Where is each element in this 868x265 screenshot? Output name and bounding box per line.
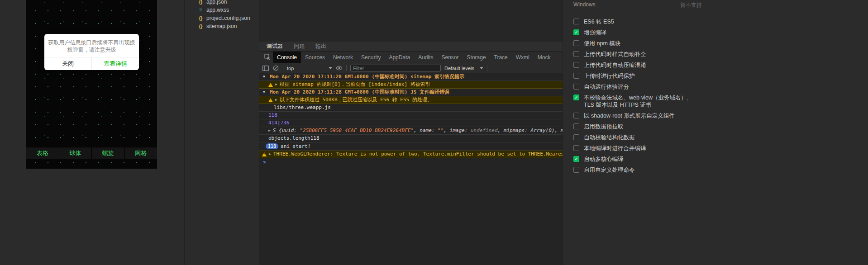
checkbox[interactable] [573, 73, 579, 79]
panel-tab[interactable]: 问题 [288, 42, 310, 51]
settings-option-label: 自动运行体验评分 [584, 83, 629, 90]
settings-option: 自动运行体验评分 [573, 83, 701, 90]
expand-arrow-icon[interactable]: ▶ [268, 128, 271, 133]
warning-icon [268, 98, 273, 102]
editor-area [259, 0, 563, 42]
context-selector-value: top [287, 66, 294, 71]
devtools-tab-security[interactable]: Security [357, 52, 385, 63]
devtools-tab-appdata[interactable]: AppData [385, 52, 414, 63]
repeat-count-badge: 118 [266, 143, 278, 149]
debugger-tabbar: 调试器问题输出 [259, 42, 563, 52]
settings-option: 上传代码时样式自动补全 [573, 51, 701, 58]
eye-icon[interactable] [336, 65, 343, 71]
settings-option-label: 不校验合法域名、web-view（业务域名）、TLS 版本以及 HTTPS 证书 [584, 94, 701, 109]
expand-arrow-icon[interactable]: ▶ [275, 82, 277, 87]
miniapp-tab-3[interactable]: 螺旋 [91, 147, 124, 159]
debugger-panel: 调试器问题输出 ConsoleSourcesNetworkSecurityApp… [259, 42, 563, 265]
checkbox[interactable]: ✓ [573, 156, 579, 162]
toolbar-separator [346, 65, 347, 71]
file-item[interactable]: {}app.json [185, 0, 259, 6]
checkbox[interactable] [573, 113, 579, 118]
console-text-segment: , image: [444, 128, 471, 133]
platform-label: Windows [573, 1, 596, 9]
console-warning-row: ▶THREE.WebGLRenderer: Texture is not pow… [259, 151, 563, 158]
panel-tab[interactable]: 输出 [310, 42, 332, 51]
checkbox[interactable] [573, 19, 579, 24]
checkbox[interactable] [573, 145, 579, 151]
console-log-row: 118ani start! [259, 142, 563, 151]
console-warning-row: ▶以下文件体积超过 500KB，已跳过压缩以及 ES6 转 ES5 的处理。 [259, 96, 563, 104]
console-message-text: objects.length118 [268, 136, 320, 141]
close-button[interactable]: 关闭 [44, 57, 92, 70]
settings-option: 自动校验结构化数据 [573, 134, 701, 141]
prompt-chevron-icon: > [263, 160, 266, 165]
checkbox[interactable]: ✓ [573, 95, 579, 100]
file-name: app.wxss [206, 7, 229, 13]
console-sidebar-icon[interactable] [262, 65, 269, 71]
console-log-row: objects.length118 [259, 135, 563, 142]
console-toolbar: top Default levels [259, 63, 563, 73]
checkbox[interactable] [573, 40, 579, 46]
miniapp-tab-2[interactable]: 球体 [59, 147, 92, 159]
checkbox[interactable] [573, 62, 579, 68]
settings-option-label: 启用数据预拉取 [584, 123, 624, 130]
console-text-segment: , mipmaps: [498, 128, 531, 133]
devtools-tab-wxml[interactable]: Wxml [512, 52, 534, 63]
settings-option-label: 上传时进行代码保护 [584, 72, 635, 80]
dialog-message: 获取用户信息接口后续将不再出现授权弹窗，请注意升级 [44, 34, 139, 53]
console-prompt[interactable]: > [259, 158, 563, 166]
devtools-tab-mock[interactable]: Mock [534, 52, 555, 63]
settings-option-label: 使用 npm 模块 [584, 40, 620, 47]
devtools-tab-storage[interactable]: Storage [463, 52, 490, 63]
expand-arrow-icon[interactable]: ▶ [275, 97, 277, 103]
expand-arrow-icon[interactable]: ▶ [269, 151, 271, 157]
console-message-text: 414|736 [268, 120, 289, 126]
checkbox[interactable] [573, 84, 579, 90]
devtools-tab-sensor[interactable]: Sensor [438, 52, 463, 63]
console-text-segment: Array(0) [530, 128, 554, 133]
checkbox[interactable]: ✓ [573, 29, 579, 35]
file-name: project.config.json [206, 15, 250, 21]
devtools-tab-trace[interactable]: Trace [490, 52, 512, 63]
settings-option-label: ES6 转 ES5 [584, 18, 614, 25]
clear-console-icon[interactable] [272, 65, 279, 71]
file-item[interactable]: ≡app.wxss [185, 6, 259, 14]
checkbox[interactable] [573, 123, 579, 129]
checkbox[interactable] [573, 134, 579, 140]
panel-tab[interactable]: 调试器 [261, 42, 288, 51]
file-name: app.json [206, 0, 227, 5]
miniapp-tab-4[interactable]: 网格 [124, 147, 157, 159]
settings-option: 上传时进行代码保护 [573, 72, 701, 80]
devtools-tab-audits[interactable]: Audits [414, 52, 437, 63]
devtools-tab-console[interactable]: Console [273, 52, 301, 63]
file-item[interactable]: {}sitemap.json [185, 22, 259, 30]
context-selector-dropdown[interactable]: top [287, 66, 332, 71]
simulator-screen: 获取用户信息接口后续将不再出现授权弹窗，请注意升级 关闭查看详情 表格球体螺旋网… [26, 0, 157, 169]
wechat-devtools-window: 获取用户信息接口后续将不再出现授权弹窗，请注意升级 关闭查看详情 表格球体螺旋网… [0, 0, 868, 265]
settings-option: ES6 转 ES5 [573, 18, 701, 25]
devtools-tab-network[interactable]: Network [329, 52, 357, 63]
settings-option: ✓增强编译 [573, 29, 701, 36]
inspect-element-icon[interactable] [262, 52, 273, 63]
view-details-button[interactable]: 查看详情 [92, 57, 139, 70]
file-item[interactable]: {}project.config.json [185, 14, 259, 22]
miniapp-tab-1[interactable]: 表格 [26, 147, 59, 159]
local-settings-panel: Windows 暂不支持 ES6 转 ES5✓增强编译使用 npm 模块上传代码… [563, 0, 707, 265]
checkbox[interactable] [573, 167, 579, 173]
file-explorer-panel: {}app.json≡app.wxss{}project.config.json… [185, 0, 259, 265]
settings-option: 以 shadow-root 形式展示自定义组件 [573, 112, 701, 119]
simulator-panel: 获取用户信息接口后续将不再出现授权弹窗，请注意升级 关闭查看详情 表格球体螺旋网… [0, 0, 185, 265]
disclosure-triangle-icon[interactable]: ▼ [263, 74, 267, 80]
console-filter-input[interactable] [350, 65, 441, 71]
console-message-text: libs/three.weapp.js [274, 105, 331, 110]
console-message-text: Mon Apr 20 2020 17:11:28 GMT+0800 (中国标准时… [270, 90, 449, 95]
checkbox[interactable] [573, 51, 579, 57]
settings-header: Windows 暂不支持 [563, 0, 707, 9]
settings-option-label: 启动多核心编译 [584, 156, 624, 163]
log-levels-dropdown[interactable]: Default levels [444, 66, 483, 71]
console-text-segment: "25B08FF5-5958-4CAF-BD10-BB24E9264BFE" [300, 128, 414, 133]
disclosure-triangle-icon[interactable]: ▼ [263, 90, 267, 95]
devtools-tab-sources[interactable]: Sources [301, 52, 329, 63]
settings-option: 使用 npm 模块 [573, 40, 701, 47]
settings-option: ✓不校验合法域名、web-view（业务域名）、TLS 版本以及 HTTPS 证… [573, 94, 701, 109]
